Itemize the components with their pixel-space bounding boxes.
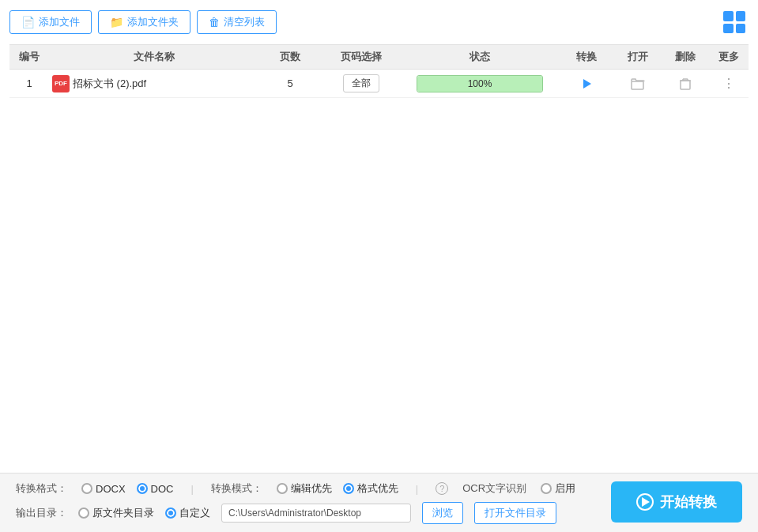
ocr-label: OCR文字识别: [462, 481, 526, 496]
row-id: 1: [9, 77, 49, 89]
clear-list-label: 清空列表: [224, 15, 265, 29]
ocr-question-icon[interactable]: ?: [436, 482, 448, 495]
row-filename: 招标文书 (2).pdf: [73, 77, 146, 91]
mode-label: 转换模式：: [211, 481, 262, 496]
output-row: 输出目录： 原文件夹目录 自定义 浏览 打开文件目录: [16, 502, 603, 524]
mode-format-radio[interactable]: [343, 483, 354, 494]
col-header-page-select: 页码选择: [322, 50, 401, 64]
col-header-status: 状态: [401, 50, 559, 64]
row-filename-cell: PDF 招标文书 (2).pdf: [49, 75, 258, 92]
format-docx-option[interactable]: DOCX: [81, 483, 126, 495]
output-original-option[interactable]: 原文件夹目录: [78, 506, 154, 520]
svg-rect-2: [681, 81, 690, 89]
progress-text: 100%: [468, 78, 492, 89]
clear-list-button[interactable]: 🗑 清空列表: [197, 10, 277, 34]
output-custom-radio[interactable]: [165, 507, 176, 519]
pdf-icon: PDF: [52, 75, 70, 92]
output-path-input[interactable]: [221, 504, 411, 523]
add-folder-label: 添加文件夹: [127, 15, 179, 29]
col-header-more: 更多: [709, 50, 749, 64]
format-docx-label: DOCX: [96, 483, 126, 495]
table-row: 1 PDF 招标文书 (2).pdf 5 全部 100%: [9, 70, 749, 98]
output-custom-label: 自定义: [179, 506, 210, 520]
start-btn-icon: [636, 493, 654, 511]
output-radio-group: 原文件夹目录 自定义: [78, 506, 210, 520]
add-file-icon: 📄: [21, 16, 35, 28]
add-file-label: 添加文件: [39, 15, 80, 29]
row-convert[interactable]: [559, 77, 614, 90]
clear-list-icon: 🗑: [209, 16, 220, 28]
convert-play-icon[interactable]: [559, 77, 614, 90]
format-doc-option[interactable]: DOC: [137, 483, 174, 495]
grid-menu-icon[interactable]: [720, 8, 749, 36]
output-original-label: 原文件夹目录: [92, 506, 154, 520]
col-header-delete: 删除: [662, 50, 709, 64]
open-folder-icon[interactable]: [614, 77, 662, 90]
mode-radio-group: 编辑优先 格式优先: [277, 481, 398, 496]
mode-edit-label: 编辑优先: [291, 481, 332, 496]
mode-edit-option[interactable]: 编辑优先: [277, 481, 332, 496]
svg-marker-0: [583, 79, 591, 89]
add-folder-icon: 📁: [110, 16, 123, 28]
browse-button[interactable]: 浏览: [422, 502, 463, 524]
ocr-option-label: 启用: [555, 481, 575, 496]
add-folder-button[interactable]: 📁 添加文件夹: [98, 10, 190, 34]
col-header-open: 打开: [614, 50, 662, 64]
mode-format-label: 格式优先: [357, 481, 398, 496]
col-header-id: 编号: [9, 50, 49, 64]
ocr-option[interactable]: 启用: [541, 481, 575, 496]
svg-rect-1: [632, 81, 643, 89]
format-doc-radio[interactable]: [137, 483, 148, 494]
ocr-radio[interactable]: [541, 483, 552, 494]
format-label: 转换格式：: [16, 481, 67, 496]
bottom-bar: 转换格式： DOCX DOC | 转换模式： 编辑优先: [0, 473, 758, 532]
output-label: 输出目录：: [16, 506, 67, 520]
start-btn-label: 开始转换: [660, 492, 717, 511]
more-dots-icon[interactable]: ⋮: [709, 76, 749, 91]
row-delete[interactable]: [662, 77, 709, 90]
play-triangle-icon: [642, 497, 650, 507]
mode-edit-radio[interactable]: [277, 483, 288, 494]
col-header-filename: 文件名称: [49, 50, 258, 64]
col-header-pages: 页数: [258, 50, 322, 64]
row-status: 100%: [401, 75, 559, 92]
row-pages: 5: [258, 77, 322, 89]
empty-area: [9, 98, 749, 473]
start-convert-button[interactable]: 开始转换: [611, 481, 742, 523]
row-open[interactable]: [614, 77, 662, 90]
add-file-button[interactable]: 📄 添加文件: [9, 10, 92, 34]
table-header: 编号 文件名称 页数 页码选择 状态 转换 打开 删除 更多: [9, 44, 749, 70]
row-page-select[interactable]: 全部: [322, 74, 401, 92]
col-header-convert: 转换: [559, 50, 614, 64]
output-custom-option[interactable]: 自定义: [165, 506, 210, 520]
format-row: 转换格式： DOCX DOC | 转换模式： 编辑优先: [16, 481, 603, 496]
delete-icon[interactable]: [662, 77, 709, 90]
output-original-radio[interactable]: [78, 507, 89, 519]
format-docx-radio[interactable]: [81, 483, 92, 494]
row-more[interactable]: ⋮: [709, 76, 749, 91]
page-select-btn[interactable]: 全部: [343, 74, 379, 92]
format-radio-group: DOCX DOC: [81, 483, 173, 495]
open-dir-button[interactable]: 打开文件目录: [474, 502, 556, 524]
progress-bar: 100%: [417, 75, 543, 92]
mode-format-option[interactable]: 格式优先: [343, 481, 398, 496]
format-doc-label: DOC: [151, 483, 174, 495]
toolbar: 📄 添加文件 📁 添加文件夹 🗑 清空列表: [9, 8, 749, 44]
